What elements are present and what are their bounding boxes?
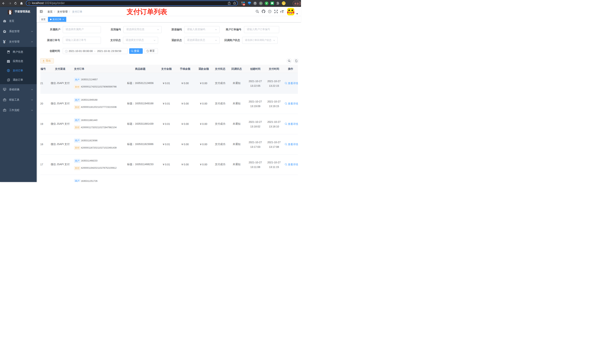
svg-text:?: ? xyxy=(269,10,270,13)
svg-text:10: 10 xyxy=(243,4,245,6)
